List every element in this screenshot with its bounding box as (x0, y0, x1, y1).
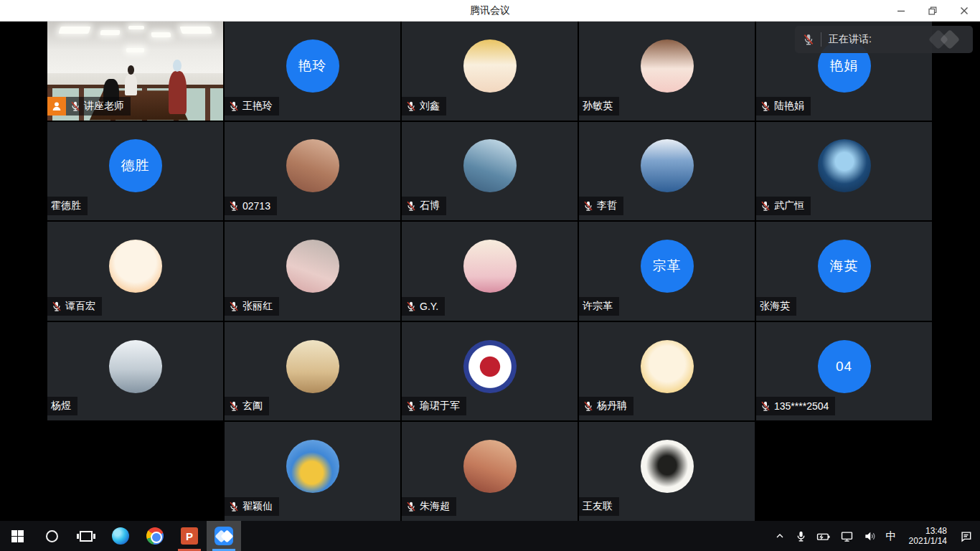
participant-nameplate: 杨煜 (47, 397, 77, 415)
avatar-initials: 艳娟 (830, 57, 859, 75)
avatar (463, 39, 517, 93)
participant-name: 朱海超 (420, 500, 450, 513)
powerpoint-taskbar-button[interactable]: P (172, 521, 207, 551)
task-view-button[interactable] (69, 521, 103, 551)
task-view-icon (80, 531, 93, 542)
avatar (463, 139, 517, 192)
avatar (286, 440, 339, 493)
participant-tile[interactable]: 张丽红 (225, 222, 400, 321)
participant-name: 许宗革 (583, 300, 613, 313)
participant-name: 刘鑫 (420, 100, 440, 113)
participant-tile[interactable]: 翟颖仙 (225, 422, 400, 521)
participant-tile[interactable]: 杨煜 (47, 322, 223, 421)
taskbar: P 中 13:48 2021/1/14 (0, 521, 980, 551)
mic-muted-icon (405, 501, 417, 512)
participant-name: 张丽红 (242, 300, 273, 313)
participant-nameplate: 孙敏英 (579, 97, 619, 116)
participant-nameplate: 陆艳娟 (756, 97, 811, 116)
participant-tile[interactable]: 孙敏英 (579, 22, 755, 121)
participant-nameplate: 王友联 (579, 497, 619, 516)
host-badge-icon (47, 97, 66, 116)
participant-tile[interactable]: 讲座老师 (47, 22, 223, 121)
window-titlebar: 腾讯会议 (0, 0, 980, 22)
taskbar-clock[interactable]: 13:48 2021/1/14 (906, 526, 950, 546)
mic-muted-icon (51, 301, 62, 312)
participant-nameplate: 王艳玲 (225, 97, 279, 116)
participant-tile[interactable]: 宗革 许宗革 (579, 222, 755, 321)
avatar (286, 340, 339, 393)
tray-battery-icon[interactable] (816, 530, 831, 542)
divider (821, 32, 821, 47)
participant-nameplate: 玄阖 (225, 397, 269, 415)
participant-name: G.Y. (420, 301, 438, 312)
mic-muted-icon (583, 400, 594, 412)
action-center-icon[interactable] (959, 530, 973, 542)
avatar-initials: 海英 (830, 257, 859, 276)
avatar-initials: 04 (836, 359, 852, 375)
mic-muted-icon (583, 200, 594, 212)
mic-muted-icon (405, 100, 417, 112)
avatar (641, 440, 694, 493)
participant-name: 王友联 (583, 500, 613, 513)
tray-microphone-icon[interactable] (795, 530, 807, 542)
tray-network-icon[interactable] (840, 530, 854, 542)
participant-tile[interactable]: 王友联 (579, 422, 755, 521)
avatar (109, 340, 162, 393)
windows-logo-icon (11, 530, 24, 542)
avatar (109, 240, 162, 293)
participant-name: 讲座老师 (84, 100, 124, 113)
speaking-indicator: 正在讲话: (795, 26, 973, 53)
mic-muted-icon (405, 301, 417, 312)
participant-tile[interactable]: 玄阖 (225, 322, 400, 421)
participant-nameplate: 刘鑫 (402, 97, 446, 116)
tray-chevron-up-icon[interactable] (774, 530, 786, 542)
input-method-indicator[interactable]: 中 (886, 529, 897, 543)
participant-nameplate: 武广恒 (756, 197, 811, 215)
participant-nameplate: 朱海超 (402, 497, 456, 516)
participant-name: 武广恒 (774, 199, 804, 212)
participant-tile[interactable]: 德胜 霍德胜 (47, 122, 223, 221)
participant-tile[interactable]: 杨丹聃 (579, 322, 755, 421)
participant-tile[interactable]: 谭百宏 (47, 222, 223, 321)
participant-tile[interactable]: 04 135****2504 (756, 322, 932, 421)
participant-name: 霍德胜 (51, 199, 81, 212)
participant-nameplate: 张海英 (756, 297, 796, 316)
avatar: 海英 (818, 240, 871, 293)
participant-tile[interactable]: G.Y. (402, 222, 578, 321)
participant-name: 135****2504 (774, 400, 829, 412)
participant-tile[interactable]: 艳玲 王艳玲 (225, 22, 400, 121)
participant-tile[interactable]: 石博 (402, 122, 578, 221)
participant-nameplate: 李哲 (579, 197, 623, 215)
participant-nameplate: 杨丹聃 (579, 397, 633, 415)
minimize-button[interactable] (885, 0, 917, 22)
participant-tile[interactable]: 刘鑫 (402, 22, 578, 121)
edge-taskbar-button[interactable] (103, 521, 138, 551)
participant-tile[interactable]: 朱海超 (402, 422, 578, 521)
mic-muted-icon (405, 200, 417, 212)
tray-volume-icon[interactable] (863, 530, 877, 542)
mic-muted-icon (70, 100, 81, 112)
participant-grid: 讲座老师 艳玲 王艳玲 (47, 22, 932, 521)
close-button[interactable] (948, 0, 980, 22)
cortana-circle-icon (46, 530, 58, 542)
mic-muted-icon (760, 200, 771, 212)
avatar-initials: 宗革 (653, 257, 682, 276)
cortana-search-button[interactable] (34, 521, 69, 551)
participant-tile[interactable]: 海英 张海英 (756, 222, 932, 321)
participant-nameplate: 讲座老师 (47, 97, 131, 116)
mic-muted-icon (228, 301, 240, 312)
clock-date: 2021/1/14 (909, 536, 947, 546)
avatar (818, 139, 871, 192)
tencent-meeting-logo-watermark (927, 29, 966, 50)
participant-tile[interactable]: 02713 (225, 122, 400, 221)
tencent-meeting-taskbar-button[interactable] (207, 521, 241, 551)
start-button[interactable] (0, 521, 34, 551)
avatar (463, 340, 517, 393)
chrome-taskbar-button[interactable] (138, 521, 172, 551)
participant-tile[interactable]: 李哲 (579, 122, 755, 221)
participant-nameplate: 谭百宏 (47, 297, 102, 316)
participant-nameplate: 霍德胜 (47, 197, 88, 215)
restore-button[interactable] (917, 0, 948, 22)
participant-tile[interactable]: 武广恒 (756, 122, 932, 221)
participant-tile[interactable]: 瑜珺于军 (402, 322, 578, 421)
